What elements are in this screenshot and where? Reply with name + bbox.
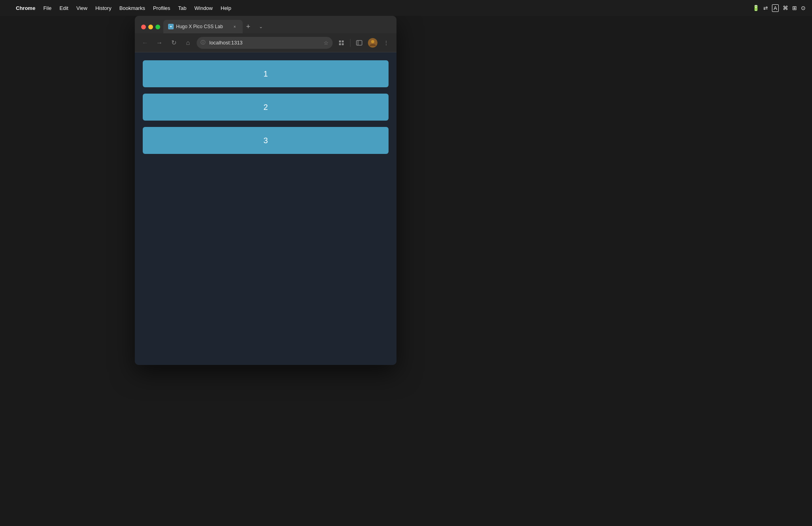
svg-rect-3	[339, 43, 341, 45]
address-wrapper: ⓘ ☆	[197, 37, 333, 49]
content-block-1[interactable]: 1	[143, 60, 389, 87]
content-block-2-label: 2	[263, 103, 268, 112]
screen-record-icon: ⊙	[801, 5, 806, 11]
sidebar-toggle-button[interactable]	[354, 37, 365, 48]
wifi-icon: ⌘	[783, 5, 788, 11]
content-block-2[interactable]: 2	[143, 94, 389, 121]
home-button[interactable]: ⌂	[182, 37, 193, 48]
menubar-tab[interactable]: Tab	[174, 4, 190, 13]
menubar: Chrome File Edit View History Bookmarks …	[0, 0, 812, 16]
minimize-window-button[interactable]	[148, 25, 153, 29]
page-content: 1 2 3	[135, 52, 396, 365]
profile-avatar[interactable]	[368, 38, 377, 48]
menubar-bookmarks[interactable]: Bookmarks	[115, 4, 149, 13]
bookmark-star-icon[interactable]: ☆	[324, 40, 329, 46]
svg-point-8	[371, 40, 374, 43]
airdrop-icon: ⇄	[763, 5, 768, 11]
menubar-window[interactable]: Window	[190, 4, 216, 13]
tab-bar: Hugo X Pico CSS Lab × + ⌄	[135, 16, 396, 33]
address-input[interactable]	[197, 37, 333, 49]
tab-favicon	[168, 24, 174, 29]
svg-rect-4	[342, 43, 344, 45]
close-window-button[interactable]	[141, 25, 146, 29]
menubar-chrome[interactable]: Chrome	[12, 4, 39, 13]
svg-rect-1	[339, 40, 341, 42]
back-button[interactable]: ←	[140, 37, 151, 48]
battery-icon: 🔋	[753, 5, 759, 11]
content-block-3[interactable]: 3	[143, 127, 389, 154]
menubar-edit[interactable]: Edit	[56, 4, 72, 13]
svg-rect-5	[356, 40, 362, 45]
browser-window: Hugo X Pico CSS Lab × + ⌄ ← → ↻ ⌂ ⓘ ☆	[135, 16, 396, 365]
content-block-1-label: 1	[263, 69, 268, 79]
menubar-help[interactable]: Help	[217, 4, 236, 13]
address-bar: ← → ↻ ⌂ ⓘ ☆	[135, 33, 396, 52]
extensions-button[interactable]	[336, 37, 347, 48]
reload-button[interactable]: ↻	[168, 37, 179, 48]
tabs-dropdown-button[interactable]: ⌄	[255, 22, 266, 33]
traffic-lights	[138, 25, 163, 33]
menubar-file[interactable]: File	[39, 4, 56, 13]
menubar-view[interactable]: View	[72, 4, 91, 13]
new-tab-button[interactable]: +	[243, 22, 254, 33]
control-center-icon: ⊞	[792, 5, 797, 11]
menubar-history[interactable]: History	[91, 4, 115, 13]
input-source-icon: A	[772, 4, 779, 12]
more-options-button[interactable]: ⋮	[381, 37, 392, 48]
svg-rect-2	[342, 40, 344, 42]
tab-title: Hugo X Pico CSS Lab	[176, 24, 229, 29]
content-block-3-label: 3	[263, 136, 268, 145]
menubar-right-icons: 🔋 ⇄ A ⌘ ⊞ ⊙	[753, 4, 806, 12]
toolbar-divider	[350, 39, 350, 47]
maximize-window-button[interactable]	[155, 25, 160, 29]
menubar-profiles[interactable]: Profiles	[149, 4, 174, 13]
tab-close-button[interactable]: ×	[232, 23, 238, 30]
active-tab[interactable]: Hugo X Pico CSS Lab ×	[163, 20, 243, 33]
forward-button[interactable]: →	[154, 37, 165, 48]
